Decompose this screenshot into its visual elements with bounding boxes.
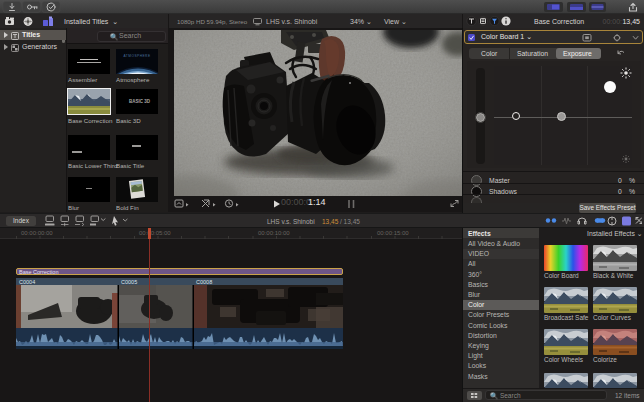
svg-text:ATMOSPHERE: ATMOSPHERE	[123, 54, 150, 58]
